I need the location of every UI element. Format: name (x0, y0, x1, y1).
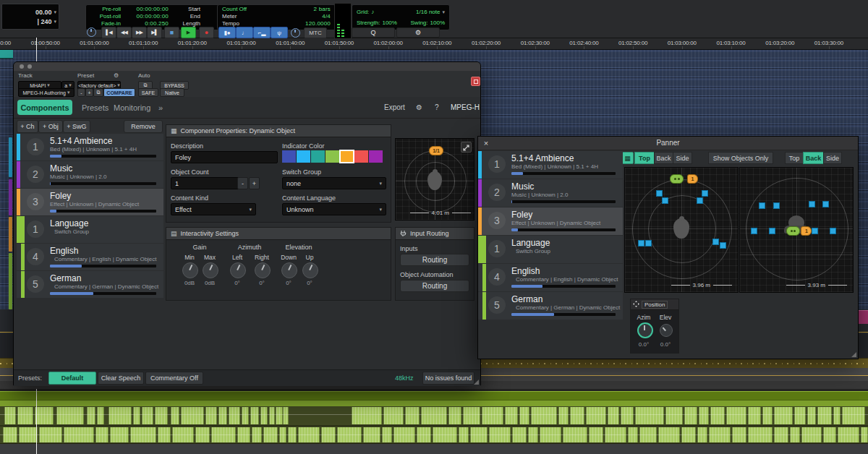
audio-clip[interactable] (823, 427, 836, 442)
online-clock-icon[interactable] (87, 27, 96, 37)
audio-clip[interactable] (621, 407, 634, 424)
settings-gear-icon[interactable]: ⚙ (416, 103, 422, 111)
audio-clip[interactable] (19, 427, 38, 442)
track-row[interactable]: 4EnglishCommentary | English | Dynamic O… (17, 244, 163, 270)
audio-clip[interactable] (558, 407, 569, 424)
plugin-selector[interactable]: MPEG-H Authoring▾ (18, 88, 75, 97)
audio-clip[interactable] (658, 427, 680, 442)
audio-clip[interactable] (709, 427, 731, 442)
audio-clip[interactable] (382, 427, 392, 442)
azim-knob[interactable] (637, 322, 653, 338)
track-row[interactable]: 2MusicMusic | Unknown | 2.0 (478, 179, 623, 207)
elevation-up-knob[interactable] (302, 262, 318, 278)
grid-settings-gear-icon[interactable]: ⚙ (396, 27, 440, 38)
audio-clip[interactable] (540, 427, 561, 442)
color-swatch[interactable] (354, 150, 368, 163)
preset-copy-icon[interactable]: ⧉ (93, 88, 103, 97)
audio-clip[interactable] (433, 427, 457, 442)
audio-clip[interactable] (817, 407, 832, 424)
status-badge[interactable]: No issues found (422, 372, 475, 385)
audio-clip[interactable] (171, 407, 179, 424)
audio-clip[interactable] (842, 407, 865, 424)
speaker-marker[interactable] (638, 240, 644, 247)
count-minus-button[interactable]: - (237, 177, 248, 189)
window-close-icon[interactable] (20, 64, 24, 69)
audio-clip[interactable] (482, 407, 503, 424)
gain-max-knob[interactable] (203, 262, 218, 278)
audio-clip[interactable] (298, 427, 320, 442)
record-button[interactable]: ● (199, 27, 214, 38)
audio-clip[interactable] (276, 407, 283, 424)
preset-default-button[interactable]: Default (48, 372, 96, 385)
audio-clip[interactable] (205, 407, 217, 424)
audio-clip[interactable] (133, 407, 140, 424)
swing-value[interactable]: 100% (430, 20, 445, 26)
audio-clip[interactable] (242, 407, 249, 424)
safe-button[interactable]: SAFE (138, 88, 158, 97)
audio-clip[interactable] (697, 427, 707, 442)
object-marker-green[interactable] (670, 174, 684, 184)
tab-components[interactable]: Components (17, 100, 72, 115)
sync-clock-icon[interactable] (291, 28, 300, 38)
audio-clip[interactable] (110, 427, 129, 442)
grid-value[interactable]: 1/16 note (416, 9, 440, 15)
audio-clip[interactable] (463, 407, 480, 424)
audio-clip[interactable] (838, 427, 859, 442)
audio-clip[interactable] (699, 407, 709, 424)
audio-clip[interactable] (794, 407, 806, 424)
audio-clip[interactable] (774, 427, 788, 442)
audio-clip[interactable] (448, 407, 461, 424)
resize-handle[interactable] (851, 352, 856, 357)
audio-clip[interactable] (288, 427, 297, 442)
audio-clip[interactable] (505, 407, 518, 424)
audio-clip[interactable] (833, 407, 841, 424)
audio-clip[interactable] (807, 407, 816, 424)
resize-handle[interactable] (474, 380, 479, 385)
object-marker-orange[interactable]: 1 (801, 226, 812, 236)
audio-clip[interactable] (269, 407, 275, 424)
audio-clip[interactable] (512, 427, 527, 442)
audio-clip[interactable] (252, 427, 262, 442)
compare-button[interactable]: COMPARE (103, 88, 135, 97)
track-row[interactable]: 5GermanCommentary | German | Dynamic Obj… (478, 292, 623, 320)
track-row[interactable]: 4EnglishCommentary | English | Dynamic O… (478, 264, 623, 291)
audio-clip[interactable] (665, 407, 683, 424)
audio-clip[interactable] (774, 407, 793, 424)
track-row[interactable]: 3FoleyEffect | Unknown | Dynamic Object (478, 207, 623, 235)
audio-clip[interactable] (801, 427, 822, 442)
audio-clip[interactable] (4, 407, 16, 424)
remove-button[interactable]: Remove (124, 120, 163, 133)
audio-clip[interactable] (352, 407, 382, 424)
audio-clip[interactable] (39, 427, 62, 442)
audio-clip[interactable] (211, 427, 236, 442)
chevron-down-icon[interactable]: ▾ (442, 9, 445, 15)
speaker-marker[interactable] (697, 197, 703, 204)
track-row[interactable]: 3FoleyEffect | Unknown | Dynamic Object (17, 189, 163, 215)
audio-clip[interactable] (589, 427, 603, 442)
audio-clip[interactable] (109, 407, 132, 424)
audio-clip[interactable] (421, 407, 447, 424)
playhead[interactable] (36, 38, 37, 61)
add-switchgroup-button[interactable]: + SwG (63, 120, 90, 133)
panner-top-view[interactable]: 13.96 m (624, 167, 739, 293)
object-badge[interactable]: 1/1 (429, 146, 443, 155)
audio-clip[interactable] (279, 427, 286, 442)
azimuth-right-knob[interactable] (255, 262, 271, 278)
go-to-start-button[interactable]: ▌◀ (101, 27, 116, 38)
expand-icon[interactable] (461, 142, 472, 153)
count-plus-button[interactable]: + (249, 177, 260, 189)
audio-clip[interactable] (459, 427, 469, 442)
chevron-down-icon[interactable]: ▾ (54, 9, 56, 15)
view-top-button-right[interactable]: Top (785, 152, 804, 164)
speaker-marker[interactable] (822, 201, 829, 207)
audio-clip[interactable] (405, 407, 420, 424)
tab-presets[interactable]: Presets (82, 103, 109, 112)
postroll-value[interactable]: 00:00:00:00 (124, 13, 169, 20)
audio-clip[interactable] (64, 427, 94, 442)
main-counter[interactable]: 00.00▾ | 240▾ (1, 4, 59, 30)
description-input[interactable]: Foley (171, 151, 278, 163)
view-back-button-left[interactable]: Back (654, 152, 673, 164)
preset-commentary-off-button[interactable]: Commentary Off (145, 372, 203, 385)
track-row[interactable]: 1LanguageSwitch Group (478, 236, 623, 263)
audio-clip[interactable] (519, 407, 529, 424)
